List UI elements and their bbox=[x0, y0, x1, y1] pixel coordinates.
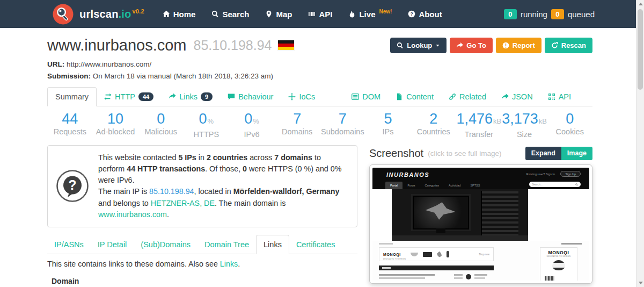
nav-home[interactable]: Home bbox=[163, 10, 196, 19]
text-segment: 5 IPs bbox=[178, 153, 196, 162]
scrollbar-thumb[interactable] bbox=[638, 9, 643, 90]
image-button[interactable]: Image bbox=[561, 147, 592, 160]
stat-value: 0 bbox=[138, 111, 184, 127]
text-segment: and belongs to bbox=[98, 199, 151, 207]
thumb-ad-tagline: DEDICATED TO DESIGN bbox=[383, 258, 406, 260]
question-bubble-icon: ? bbox=[56, 169, 89, 203]
website-thumbnail: INURBANOS Existing user? Sign In Sign Up… bbox=[372, 168, 589, 281]
stat-ips: 5IPs bbox=[365, 111, 411, 139]
inline-link[interactable]: 85.10.198.94 bbox=[149, 187, 194, 196]
tab-links[interactable]: Links9 bbox=[161, 88, 220, 106]
stats-row: 44Requests10Ad-blocked0Malicious0%HTTPS0… bbox=[47, 111, 592, 142]
stat-label: Cookies bbox=[547, 127, 592, 136]
qrcode-icon bbox=[548, 93, 555, 101]
main-content: www.inurbanos.com 85.10.198.94 LookupGo … bbox=[47, 35, 592, 287]
tab-behaviour[interactable]: Behaviour bbox=[220, 88, 281, 106]
tab-count-badge: 9 bbox=[201, 92, 213, 101]
stat-label: Malicious bbox=[138, 127, 184, 136]
thumb-nav-categorias: Categorias bbox=[420, 182, 444, 189]
exchange-icon bbox=[104, 93, 112, 101]
nav-api[interactable]: API bbox=[308, 10, 332, 19]
svg-text:?: ? bbox=[411, 11, 413, 17]
text-segment: This website contacted bbox=[98, 153, 178, 162]
stat-label: Countries bbox=[411, 127, 456, 136]
tab-dom[interactable]: DOM bbox=[344, 88, 388, 106]
right-column: Screenshot (click to see full image) Exp… bbox=[369, 145, 592, 287]
page-scrollbar[interactable] bbox=[636, 0, 644, 287]
thumb-photo bbox=[392, 189, 528, 241]
stat-value: 2 bbox=[411, 111, 456, 127]
nav-live[interactable]: LiveNew! bbox=[348, 10, 392, 19]
detail-tabs: IP/ASNsIP Detail(Sub)DomainsDomain TreeL… bbox=[47, 235, 357, 254]
thumb-ad-logo: MONOQI bbox=[383, 253, 401, 256]
lookup-button[interactable]: Lookup bbox=[390, 38, 447, 53]
subtab-sub-domains[interactable]: (Sub)Domains bbox=[134, 235, 197, 254]
brand-version: v0.2 bbox=[132, 8, 144, 15]
expand-button[interactable]: Expand bbox=[525, 147, 561, 160]
thumb-photo-strip bbox=[372, 189, 589, 241]
thumb-page-content: MONOQI DEDICATED TO DESIGN Shop now bbox=[372, 241, 589, 281]
chain-icon bbox=[449, 93, 456, 101]
text-segment: . The main domain is bbox=[215, 199, 286, 207]
fire-icon bbox=[348, 10, 356, 18]
main-tabs-right: DOMContentRelatedJSONAPI bbox=[344, 88, 579, 106]
thumb-search-placeholder: Search... bbox=[532, 183, 543, 186]
thumb-site-header: INURBANOS Existing user? Sign In Sign Up… bbox=[372, 168, 589, 189]
top-navbar: urlscan.iov0.2 HomeSearchMapAPILiveNew!?… bbox=[0, 0, 644, 28]
column-header-domain: Domain bbox=[47, 273, 357, 287]
thumb-site-nav: PortalForosCategoriasActividadSPTSS bbox=[385, 182, 485, 189]
nav-search[interactable]: Search bbox=[211, 10, 249, 19]
subtab-domain-tree[interactable]: Domain Tree bbox=[197, 235, 256, 254]
screenshot-preview[interactable]: INURBANOS Existing user? Sign In Sign Up… bbox=[369, 164, 592, 284]
text-segment: . bbox=[238, 260, 240, 268]
thumb-signin: Existing user? Sign In bbox=[526, 173, 555, 176]
left-column: ? This website contacted 5 IPs in 2 coun… bbox=[47, 145, 357, 287]
stat-size: 3,173kBSize bbox=[502, 111, 547, 139]
goto-button[interactable]: Go To bbox=[450, 38, 493, 53]
inline-link[interactable]: HETZNER-AS, DE bbox=[151, 199, 215, 207]
stat-label: IPs bbox=[365, 127, 411, 136]
text-segment: 0 bbox=[243, 164, 247, 173]
main-tabbar: SummaryHTTP44Links9BehaviourIoCs DOMCont… bbox=[47, 87, 592, 106]
subtab-certificates[interactable]: Certificates bbox=[289, 235, 342, 254]
caret-down-icon bbox=[435, 43, 440, 48]
stat-label: IPv6 bbox=[229, 130, 275, 139]
home-icon bbox=[163, 10, 170, 18]
list-icon bbox=[352, 93, 359, 101]
thumb-signup-button: Sign Up bbox=[560, 171, 581, 177]
nav-map[interactable]: Map bbox=[265, 10, 292, 19]
subtab-links[interactable]: Links bbox=[256, 235, 289, 254]
tab-summary[interactable]: Summary bbox=[47, 87, 97, 106]
stat-value: 10 bbox=[93, 111, 138, 127]
thumb-ad-cta: Shop now bbox=[479, 253, 489, 256]
submission-line: Submission: On March 18 via manual (Marc… bbox=[47, 71, 592, 81]
tab-json[interactable]: JSON bbox=[494, 88, 540, 106]
tab-content[interactable]: Content bbox=[388, 88, 441, 106]
brand[interactable]: urlscan.iov0.2 bbox=[53, 4, 144, 25]
tab-iocs[interactable]: IoCs bbox=[281, 88, 323, 106]
inline-link[interactable]: Links bbox=[220, 260, 238, 268]
columns: ? This website contacted 5 IPs in 2 coun… bbox=[47, 145, 592, 287]
inline-link[interactable]: www.inurbanos.com bbox=[98, 210, 167, 219]
scroll-down-arrow[interactable] bbox=[636, 279, 644, 287]
thumb-product-camera bbox=[423, 252, 432, 257]
nav-about[interactable]: ?About bbox=[408, 10, 442, 19]
tab-related[interactable]: Related bbox=[441, 88, 494, 106]
thumb-product-plant bbox=[437, 252, 442, 257]
svg-text:?: ? bbox=[68, 177, 76, 192]
stat-countries: 2Countries bbox=[411, 111, 456, 139]
stat-value: 0% bbox=[184, 111, 229, 130]
report-button[interactable]: Report bbox=[496, 38, 541, 53]
text-segment: 7 domains bbox=[274, 153, 312, 162]
stat-domains: 7Domains bbox=[274, 111, 320, 139]
subtab-ip-asns[interactable]: IP/ASNs bbox=[47, 235, 91, 254]
thumb-nav-foros: Foros bbox=[402, 182, 420, 189]
rescan-button[interactable]: Rescan bbox=[545, 38, 592, 53]
move-icon bbox=[288, 93, 296, 101]
stat-value: 5 bbox=[365, 111, 411, 127]
scroll-up-arrow[interactable] bbox=[636, 0, 644, 8]
tab-api[interactable]: API bbox=[540, 88, 579, 106]
subtab-ip-detail[interactable]: IP Detail bbox=[91, 235, 134, 254]
tab-http[interactable]: HTTP44 bbox=[97, 88, 161, 106]
stat-label: Domains bbox=[274, 127, 320, 136]
